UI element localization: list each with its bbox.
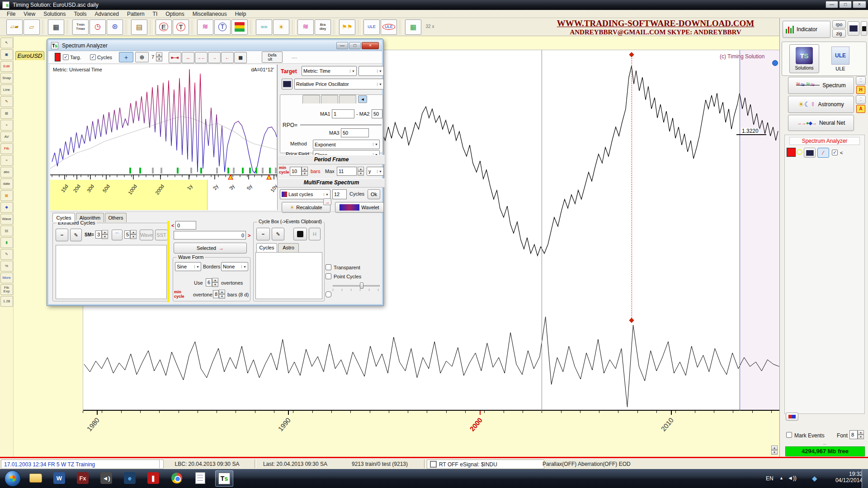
max-input[interactable]: 11 — [337, 167, 357, 176]
zigzag-icon[interactable]: ≋ — [197, 19, 213, 35]
snap-tool[interactable]: Snap — [0, 73, 13, 84]
zig-mini-button[interactable]: zig — [832, 29, 846, 38]
ma3-input[interactable]: 50 — [341, 128, 369, 137]
taskbar-explorer[interactable] — [27, 470, 44, 486]
max-unit-combo[interactable]: y▼ — [367, 167, 384, 176]
max-down[interactable]: ▼ — [358, 171, 364, 176]
fib-tool[interactable]: Fib — [0, 143, 13, 154]
overtone-down[interactable]: ▼ — [219, 294, 225, 299]
ule-folder-icon[interactable]: ULE — [363, 19, 380, 35]
ma2-input[interactable]: 50 — [372, 109, 382, 118]
min-cycle-down[interactable]: ▼ — [302, 171, 308, 176]
maximize-button[interactable]: □ — [839, 1, 852, 8]
clock[interactable]: 19:3204/12/2014 — [831, 471, 863, 483]
dialog-maximize-button[interactable]: □ — [349, 42, 361, 49]
remove-cycle-button[interactable]: − — [56, 229, 68, 241]
percent-tool[interactable]: % — [0, 261, 13, 272]
overtones-up[interactable]: ▲ — [212, 278, 218, 282]
cycles-count-input[interactable]: 12 — [332, 189, 347, 199]
astronomy-button[interactable]: ☀☾☿ Astronomy — [788, 96, 854, 113]
cycle-box-erase-button[interactable]: ✎ — [272, 228, 284, 240]
yellow-splitter[interactable] — [167, 221, 170, 302]
sa-color-swatch[interactable] — [787, 148, 796, 157]
h-expand-icon[interactable]: ↔ — [182, 52, 194, 63]
learning-border-line[interactable] — [542, 50, 542, 411]
target-color-swatch[interactable] — [55, 53, 61, 61]
downloader-icon[interactable]: ▱ — [24, 19, 40, 35]
spectrum-chart[interactable]: Metric: Universal Time dA=01°12' — [50, 65, 277, 180]
rpo-tab-1[interactable] — [302, 95, 320, 103]
n5-up[interactable]: ▲ — [130, 230, 137, 235]
cycle-box-list[interactable] — [255, 252, 322, 299]
overtone-input[interactable]: 8 — [213, 290, 219, 298]
menu-advanced[interactable]: Advanced — [91, 10, 123, 18]
solutions-button[interactable]: TS Solutions — [789, 44, 819, 73]
zoom-button[interactable]: ⊕ — [135, 52, 149, 62]
diamond-tool[interactable]: ◆ — [0, 202, 13, 213]
zoom-32x-label[interactable]: 32 x — [422, 20, 438, 34]
calendar-icon[interactable]: ▤ — [131, 19, 147, 35]
dialog-minimize-button[interactable]: — — [336, 42, 348, 49]
transit-icon[interactable]: T — [173, 19, 189, 35]
taskbar-ie[interactable]: e — [121, 470, 138, 486]
method-combo[interactable]: Exponent▼ — [313, 140, 380, 149]
zoom-count-up[interactable]: ▲ — [156, 52, 162, 57]
crosshair-button[interactable]: + — [119, 52, 133, 62]
pencil2-tool[interactable]: ✎ — [0, 249, 13, 260]
min-cycle-input[interactable]: 10 — [290, 167, 302, 176]
borders-combo[interactable]: None▼ — [221, 262, 248, 271]
taskbar-chrome[interactable] — [168, 470, 185, 486]
close-button[interactable]: × — [853, 1, 866, 8]
overtone-up[interactable]: ▲ — [219, 290, 225, 294]
cycle-value-input-1[interactable]: 0 — [175, 221, 196, 230]
targ-checkbox[interactable]: ✓ — [63, 54, 69, 60]
dropbox-tray-icon[interactable]: ◆ — [812, 474, 817, 483]
av-tool[interactable]: AV — [0, 131, 13, 142]
cycle-box-save-button[interactable] — [293, 228, 307, 240]
indicator-window-button[interactable] — [282, 79, 292, 89]
recalculate-arrow-badge[interactable]: → — [323, 198, 331, 205]
open-storage-icon[interactable]: ▱▰ — [6, 19, 23, 35]
bradley-icon[interactable]: Bra dley — [315, 19, 331, 35]
default-button[interactable]: Defa ult — [262, 52, 283, 63]
dialog-title-bar[interactable]: Ts Spectrum Analyzer — □ × — [48, 40, 382, 51]
start-button[interactable] — [5, 470, 21, 487]
sine-combo[interactable]: Sine▼ — [175, 262, 201, 271]
astronomy-a-cube-button[interactable]: A — [856, 105, 865, 113]
font-down[interactable]: ▼ — [858, 435, 864, 439]
transparent-checkbox[interactable] — [326, 264, 331, 270]
tab-others[interactable]: Others — [105, 213, 127, 222]
sm-down[interactable]: ▼ — [102, 235, 108, 239]
zigzag2-icon[interactable]: ≋ — [297, 19, 314, 35]
waves-icon[interactable]: ≈≈ — [256, 19, 272, 35]
date-tool[interactable]: date — [0, 178, 13, 189]
mark-events-checkbox[interactable] — [786, 432, 792, 438]
shift-right-icon[interactable]: → — [208, 52, 221, 63]
extracted-cycles-list[interactable] — [56, 245, 167, 299]
sa-chart-button[interactable] — [804, 148, 816, 158]
true-time-icon[interactable]: T — [214, 19, 231, 35]
chart-font-down[interactable]: ▼ — [771, 450, 778, 455]
grid-orange-tool[interactable]: ▦ — [0, 190, 13, 201]
chart-font-up[interactable]: ▲ — [771, 446, 778, 450]
abc-tool[interactable]: abc — [0, 167, 13, 178]
noise-icon[interactable]: ▩ — [234, 52, 247, 63]
minimize-button[interactable]: — — [826, 1, 838, 8]
taskbar-volume[interactable]: ◄) — [98, 470, 115, 486]
min-cycle-up[interactable]: ▲ — [302, 167, 308, 171]
indicator-button[interactable]: Indicator — [783, 21, 830, 38]
bell-curve-button[interactable]: ⌒ — [112, 230, 123, 240]
taskbar-fx[interactable]: Fx — [74, 470, 91, 486]
rpo-combo[interactable]: Relative Price Oscillator▼ — [294, 79, 384, 89]
range-lock-icon[interactable]: ⇤⇥ — [169, 52, 181, 63]
last-cycles-combo[interactable]: Last cycles▼ — [280, 189, 330, 199]
cycle-value-input-2[interactable]: 0 — [174, 231, 246, 239]
cyclebox-tab-cycles[interactable]: Cycles — [256, 243, 277, 252]
erase-cycle-button[interactable]: ✎ — [70, 229, 82, 241]
candle-tool[interactable]: ▮ — [0, 237, 13, 248]
volume-icon[interactable]: ◄)) — [788, 475, 797, 481]
line-tool[interactable]: Line — [0, 84, 13, 95]
taskbar-notes[interactable] — [192, 470, 209, 486]
wave-tool[interactable]: Wave — [0, 214, 13, 225]
metric-combo[interactable]: Metric: Time▼ — [302, 66, 357, 76]
